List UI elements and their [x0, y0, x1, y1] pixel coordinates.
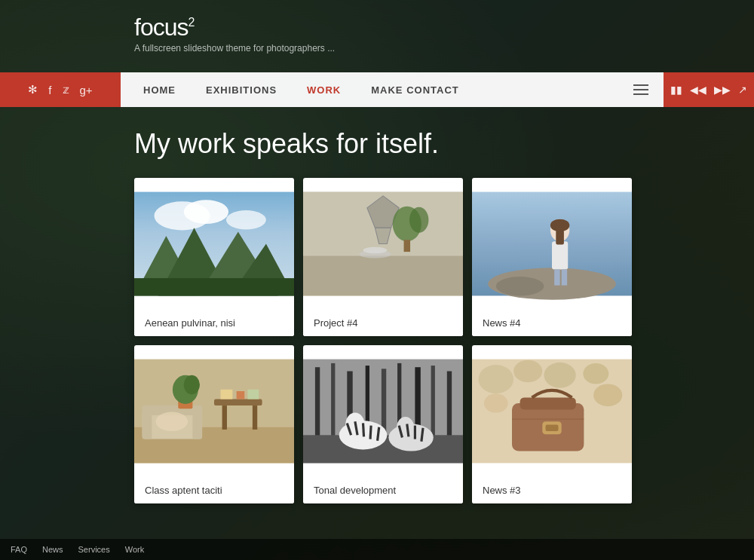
portfolio-grid: Aenean pulvinar, nisi [134, 178, 632, 503]
card-image-1 [134, 178, 294, 310]
nav-social-bar: ✻ f 𝕫 g+ [0, 72, 121, 107]
svg-point-15 [409, 207, 428, 233]
svg-rect-46 [331, 363, 335, 439]
svg-point-18 [363, 247, 388, 253]
card-svg-5 [303, 345, 463, 477]
nav-work[interactable]: WORK [307, 84, 341, 96]
fullscreen-icon[interactable]: ↗ [738, 84, 747, 96]
svg-line-61 [378, 427, 379, 441]
nav-hamburger[interactable] [618, 72, 664, 107]
svg-rect-40 [253, 405, 257, 430]
svg-rect-23 [552, 241, 568, 269]
svg-point-34 [156, 412, 188, 431]
nav-home[interactable]: HOME [143, 84, 176, 96]
nav-exhibitions[interactable]: EXHIBITIONS [206, 84, 277, 96]
card-label-5: Tonal development [303, 477, 463, 503]
pause-icon[interactable]: ▮▮ [670, 84, 682, 96]
portfolio-card-5[interactable]: Tonal development [303, 345, 463, 503]
svg-rect-27 [556, 230, 564, 244]
card-svg-1 [134, 178, 294, 310]
svg-line-67 [421, 428, 423, 442]
card-image-3 [472, 178, 632, 310]
portfolio-card-4[interactable]: Class aptent taciti [134, 345, 294, 503]
svg-rect-45 [315, 367, 320, 439]
svg-line-60 [370, 426, 371, 439]
svg-rect-76 [520, 397, 576, 409]
top-bar: focus2 A fullscreen slideshow theme for … [0, 0, 754, 68]
card-svg-6 [472, 345, 632, 477]
svg-line-59 [363, 423, 364, 436]
card-image-2 [303, 178, 463, 310]
navbar: ✻ f 𝕫 g+ HOME EXHIBITIONS WORK MAKE CONT… [0, 72, 754, 107]
svg-point-74 [593, 384, 622, 406]
svg-rect-78 [546, 425, 559, 431]
nav-links: HOME EXHIBITIONS WORK MAKE CONTACT [121, 72, 618, 107]
card-svg-2 [303, 178, 463, 310]
footer-link-news[interactable]: News [42, 545, 63, 554]
logo-area: focus2 A fullscreen slideshow theme for … [134, 14, 335, 54]
svg-rect-42 [237, 391, 245, 399]
page-heading: My work speaks for itself. [134, 128, 731, 160]
footer-link-services[interactable]: Services [78, 545, 110, 554]
card-svg-4 [134, 345, 294, 477]
card-label-6: News #3 [472, 477, 632, 503]
google-plus-icon[interactable]: g+ [80, 84, 93, 96]
portfolio-card-2[interactable]: Project #4 [303, 178, 463, 336]
main-content: My work speaks for itself. [0, 121, 754, 537]
card-label-3: News #4 [472, 310, 632, 336]
svg-rect-33 [192, 412, 202, 439]
twitter-icon[interactable]: 𝕫 [63, 83, 69, 96]
nav-controls: ▮▮ ◀◀ ▶▶ ↗ [664, 72, 754, 107]
hamburger-icon [633, 84, 648, 95]
portfolio-card-3[interactable]: News #4 [472, 178, 632, 336]
svg-rect-16 [404, 240, 410, 252]
svg-rect-32 [143, 412, 152, 439]
svg-point-37 [184, 375, 200, 394]
footer-link-work[interactable]: Work [125, 545, 144, 554]
portfolio-card-6[interactable]: News #3 [472, 345, 632, 503]
card-label-2: Project #4 [303, 310, 463, 336]
next-icon[interactable]: ▶▶ [714, 84, 731, 96]
svg-rect-24 [554, 269, 559, 285]
footer-link-faq[interactable]: FAQ [11, 545, 27, 554]
svg-rect-52 [431, 366, 435, 439]
svg-point-71 [544, 363, 575, 388]
svg-rect-38 [214, 399, 262, 405]
card-image-4 [134, 345, 294, 477]
card-label-4: Class aptent taciti [134, 477, 294, 503]
card-image-6 [472, 345, 632, 477]
svg-point-3 [226, 210, 266, 229]
svg-rect-25 [562, 269, 567, 285]
footer: FAQ News Services Work [0, 539, 754, 560]
svg-rect-53 [447, 372, 452, 439]
svg-point-69 [478, 365, 513, 393]
svg-rect-39 [222, 405, 227, 430]
svg-rect-11 [303, 256, 463, 295]
card-image-5 [303, 345, 463, 477]
svg-point-70 [513, 360, 542, 383]
logo-title: focus2 [134, 14, 335, 41]
svg-line-65 [407, 424, 409, 436]
svg-point-72 [583, 363, 608, 384]
svg-rect-41 [220, 390, 232, 399]
pinterest-icon[interactable]: ✻ [28, 83, 38, 96]
facebook-icon[interactable]: f [48, 84, 51, 96]
svg-rect-43 [248, 390, 259, 399]
logo-subtitle: A fullscreen slideshow theme for photogr… [134, 43, 335, 54]
svg-rect-8 [134, 278, 294, 295]
nav-make-contact[interactable]: MAKE CONTACT [371, 84, 458, 96]
portfolio-card-1[interactable]: Aenean pulvinar, nisi [134, 178, 294, 336]
card-svg-3 [472, 178, 632, 310]
svg-point-21 [496, 277, 544, 295]
svg-point-2 [184, 200, 228, 224]
svg-point-26 [550, 219, 569, 232]
card-label-1: Aenean pulvinar, nisi [134, 310, 294, 336]
prev-icon[interactable]: ◀◀ [690, 84, 706, 96]
svg-point-73 [484, 393, 508, 412]
